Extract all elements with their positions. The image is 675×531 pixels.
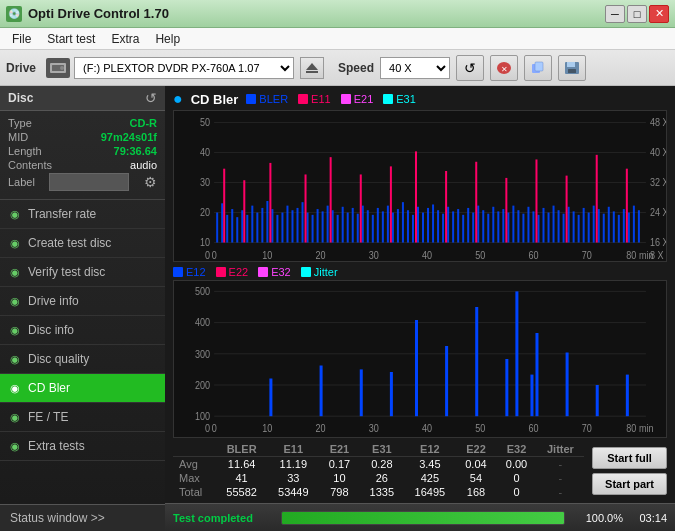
drive-label: Drive: [6, 61, 36, 75]
maximize-button[interactable]: □: [627, 5, 647, 23]
cd-bler-chart-icon: ●: [173, 90, 183, 108]
legend-e22: E22: [229, 266, 249, 278]
sidebar-item-create-test-disc[interactable]: ◉ Create test disc: [0, 229, 165, 258]
drive-info-label: Drive info: [28, 294, 79, 308]
sidebar-item-drive-info[interactable]: ◉ Drive info: [0, 287, 165, 316]
status-window-label: Status window >>: [10, 511, 105, 525]
svg-rect-38: [216, 213, 218, 243]
stats-table-wrapper: BLER E11 E21 E31 E12 E22 E32 Jitter Avg: [173, 442, 584, 499]
status-window-button[interactable]: Status window >>: [0, 504, 165, 531]
svg-text:500: 500: [195, 285, 210, 297]
svg-text:80 min: 80 min: [626, 422, 653, 434]
svg-text:48 X: 48 X: [650, 116, 667, 128]
total-bler: 55582: [216, 485, 268, 499]
minimize-button[interactable]: ─: [605, 5, 625, 23]
save-button[interactable]: [558, 55, 586, 81]
svg-rect-163: [566, 353, 569, 417]
svg-rect-108: [568, 207, 570, 243]
svg-rect-45: [251, 206, 253, 243]
toolbar: Drive (F:) PLEXTOR DVDR PX-760A 1.07 Spe…: [0, 50, 675, 86]
svg-rect-123: [223, 169, 225, 243]
chart-title: CD Bler: [191, 92, 239, 107]
svg-marker-3: [306, 63, 318, 70]
svg-rect-160: [475, 307, 478, 416]
disc-info-icon: ◉: [10, 324, 20, 337]
type-label: Type: [8, 117, 32, 129]
svg-text:40: 40: [422, 249, 433, 261]
svg-rect-70: [377, 208, 379, 243]
svg-rect-80: [427, 208, 429, 243]
svg-rect-92: [487, 214, 489, 243]
cd-bler-label: CD Bler: [28, 381, 70, 395]
transfer-rate-label: Transfer rate: [28, 207, 96, 221]
sidebar-item-fe-te[interactable]: ◉ FE / TE: [0, 403, 165, 432]
svg-rect-137: [626, 169, 628, 243]
menu-start-test[interactable]: Start test: [39, 30, 103, 48]
eject-button[interactable]: [300, 57, 324, 79]
svg-text:200: 200: [195, 379, 210, 391]
menu-file[interactable]: File: [4, 30, 39, 48]
total-e21: 798: [319, 485, 360, 499]
erase-button[interactable]: ✕: [490, 55, 518, 81]
sidebar-item-verify-test-disc[interactable]: ◉ Verify test disc: [0, 258, 165, 287]
legend-e31: E31: [396, 93, 416, 105]
svg-rect-162: [535, 333, 538, 416]
total-e12: 16495: [404, 485, 456, 499]
svg-rect-106: [558, 210, 560, 242]
cd-bler-icon: ◉: [10, 382, 20, 395]
svg-rect-55: [302, 202, 304, 242]
svg-rect-127: [330, 157, 332, 242]
close-button[interactable]: ✕: [649, 5, 669, 23]
max-e32: 0: [496, 471, 537, 485]
copy-button[interactable]: [524, 55, 552, 81]
svg-rect-91: [482, 210, 484, 242]
legend-e12: E12: [186, 266, 206, 278]
menu-extra[interactable]: Extra: [103, 30, 147, 48]
disc-label-input[interactable]: [49, 173, 129, 191]
svg-rect-44: [246, 215, 248, 243]
svg-rect-90: [477, 206, 479, 243]
sidebar-item-disc-quality[interactable]: ◉ Disc quality: [0, 345, 165, 374]
svg-text:70: 70: [582, 422, 592, 434]
svg-rect-63: [342, 207, 344, 243]
create-test-disc-icon: ◉: [10, 237, 20, 250]
svg-rect-129: [390, 166, 392, 242]
start-full-button[interactable]: Start full: [592, 447, 667, 469]
drive-select[interactable]: (F:) PLEXTOR DVDR PX-760A 1.07: [74, 57, 294, 79]
svg-rect-58: [317, 209, 319, 242]
svg-text:✕: ✕: [501, 65, 508, 74]
speed-select[interactable]: 40 X8 X16 X24 X32 X48 XMax: [380, 57, 450, 79]
col-header-jitter: Jitter: [537, 442, 584, 457]
max-label: Max: [173, 471, 216, 485]
svg-rect-84: [447, 207, 449, 243]
svg-rect-99: [522, 214, 524, 243]
sidebar-item-transfer-rate[interactable]: ◉ Transfer rate: [0, 200, 165, 229]
refresh-button[interactable]: ↺: [456, 55, 484, 81]
svg-text:40: 40: [200, 146, 211, 158]
mid-value: 97m24s01f: [101, 131, 157, 143]
sidebar-item-disc-info[interactable]: ◉ Disc info: [0, 316, 165, 345]
svg-rect-71: [382, 211, 384, 242]
svg-rect-62: [337, 215, 339, 243]
status-bar: Test completed 100.0% 03:14: [165, 503, 675, 531]
svg-rect-53: [291, 210, 293, 242]
progress-bar-fill: [282, 512, 564, 524]
main-layout: Disc ↺ Type CD-R MID 97m24s01f Length 79…: [0, 86, 675, 531]
menu-help[interactable]: Help: [147, 30, 188, 48]
disc-refresh-icon[interactable]: ↺: [145, 90, 157, 106]
sidebar-item-extra-tests[interactable]: ◉ Extra tests: [0, 432, 165, 461]
col-header-e32: E32: [496, 442, 537, 457]
svg-text:300: 300: [195, 348, 210, 360]
svg-rect-169: [390, 372, 393, 416]
sidebar-item-cd-bler[interactable]: ◉ CD Bler: [0, 374, 165, 403]
legend-e32: E32: [271, 266, 291, 278]
svg-text:10: 10: [262, 249, 273, 261]
col-header-e22: E22: [456, 442, 497, 457]
svg-rect-57: [312, 215, 314, 243]
svg-rect-110: [578, 215, 580, 243]
label-settings-icon[interactable]: ⚙: [144, 174, 157, 190]
start-part-button[interactable]: Start part: [592, 473, 667, 495]
length-value: 79:36.64: [114, 145, 157, 157]
extra-tests-icon: ◉: [10, 440, 20, 453]
svg-text:20: 20: [316, 422, 326, 434]
